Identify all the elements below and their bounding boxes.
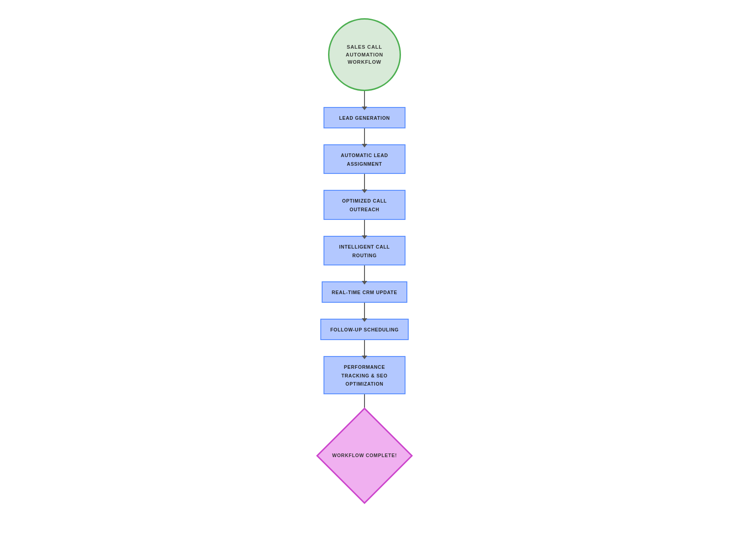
step-lead-generation: LEAD GENERATION [323,107,406,128]
step-intelligent-call-routing: INTELLIGENT CALL ROUTING [323,236,406,266]
step-real-time-crm-update-label: REAL-TIME CRM UPDATE [332,290,397,295]
step-automatic-lead-assignment: AUTOMATIC LEAD ASSIGNMENT [323,144,406,174]
arrow-1 [364,128,365,144]
start-node-label: SALES CALL AUTOMATION WORKFLOW [329,43,400,66]
step-follow-up-scheduling-label: FOLLOW-UP SCHEDULING [330,327,399,332]
end-node-wrapper: WORKFLOW COMPLETE! [319,410,410,501]
step-performance-tracking: PERFORMANCE TRACKING & SEO OPTIMIZATION [323,356,406,394]
arrow-5 [364,303,365,319]
arrow-4 [364,265,365,281]
step-optimized-call-outreach: OPTIMIZED CALL OUTREACH [323,190,406,220]
step-real-time-crm-update: REAL-TIME CRM UPDATE [322,281,407,303]
step-follow-up-scheduling: FOLLOW-UP SCHEDULING [320,319,409,340]
start-node: SALES CALL AUTOMATION WORKFLOW [328,18,401,91]
flowchart: SALES CALL AUTOMATION WORKFLOW LEAD GENE… [296,5,433,529]
step-lead-generation-label: LEAD GENERATION [339,115,390,121]
step-automatic-lead-assignment-label: AUTOMATIC LEAD ASSIGNMENT [341,153,388,167]
end-node-label: WORKFLOW COMPLETE! [332,452,397,459]
end-node: WORKFLOW COMPLETE! [316,407,413,504]
arrow-0 [364,91,365,107]
step-performance-tracking-label: PERFORMANCE TRACKING & SEO OPTIMIZATION [341,364,387,387]
arrow-2 [364,174,365,190]
arrow-6 [364,340,365,356]
step-optimized-call-outreach-label: OPTIMIZED CALL OUTREACH [342,198,387,212]
arrow-3 [364,220,365,236]
step-intelligent-call-routing-label: INTELLIGENT CALL ROUTING [339,244,390,258]
